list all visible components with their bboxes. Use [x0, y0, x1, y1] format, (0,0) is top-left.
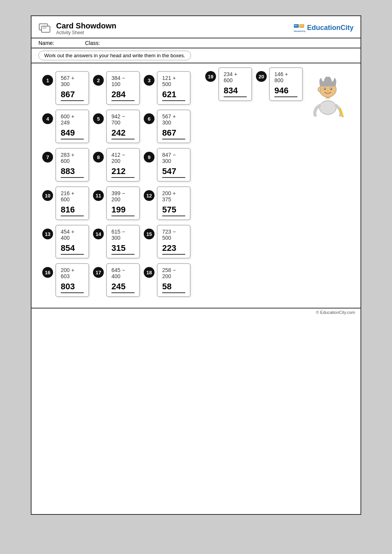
instruction-text: Work out the answers in your head and wr… — [44, 53, 185, 58]
question-item: 12 200 + 375 575 — [144, 186, 191, 220]
equation-text: 723 − 500 — [162, 229, 185, 241]
question-card: 200 + 375 575 — [157, 186, 191, 220]
answer-text: 946 — [274, 86, 297, 97]
page: Card Showdown Activity Sheet EducationCi… — [31, 15, 361, 515]
question-number: 2 — [93, 75, 104, 86]
question-number: 9 — [144, 152, 154, 163]
question-item: 7 283 + 600 883 — [42, 148, 89, 182]
equation-text: 847 − 300 — [162, 152, 185, 164]
equation-text: 216 + 600 — [61, 190, 84, 202]
equation-text: 567 + 300 — [162, 113, 185, 126]
question-card: 454 + 400 854 — [55, 225, 89, 259]
equation-text: 200 + 603 — [61, 267, 84, 279]
question-item: 19 234 + 600 834 — [205, 67, 252, 101]
question-card: 723 − 500 223 — [157, 225, 191, 259]
answer-text: 575 — [162, 205, 185, 216]
answer-text: 58 — [162, 282, 185, 293]
question-card: 200 + 603 803 — [55, 263, 89, 297]
answer-text: 883 — [61, 166, 84, 178]
question-item: 17 645 − 400 245 — [93, 263, 140, 297]
question-number: 14 — [93, 229, 104, 239]
equation-text: 121 + 500 — [162, 75, 185, 87]
question-item: 20 146 + 800 946 — [256, 67, 303, 101]
app-title: Card Showdown — [56, 22, 116, 30]
character-svg — [307, 67, 349, 117]
svg-rect-4 — [295, 25, 296, 26]
equation-text: 942 − 700 — [111, 113, 135, 126]
question-item: 8 412 − 200 212 — [93, 148, 140, 182]
name-class-row: Name: Class: — [32, 38, 360, 48]
logo-text: EducationCity — [307, 24, 354, 32]
svg-rect-6 — [295, 26, 298, 27]
question-number: 10 — [42, 190, 53, 201]
question-card: 146 + 800 946 — [269, 67, 303, 101]
question-item: 14 615 − 300 315 — [93, 225, 140, 259]
question-card: 234 + 600 834 — [218, 67, 252, 101]
svg-rect-10 — [300, 26, 304, 27]
svg-point-12 — [319, 101, 336, 114]
answer-text: 849 — [61, 128, 84, 139]
header: Card Showdown Activity Sheet EducationCi… — [32, 16, 360, 38]
question-number: 16 — [42, 267, 53, 278]
question-item: 13 454 + 400 854 — [42, 225, 89, 259]
answer-text: 242 — [111, 128, 135, 139]
question-number: 20 — [256, 71, 267, 82]
equation-text: 146 + 800 — [274, 71, 297, 83]
svg-rect-5 — [296, 25, 298, 25]
svg-rect-8 — [300, 25, 301, 26]
question-card: 615 − 300 315 — [106, 225, 140, 259]
equation-text: 567 + 300 — [61, 75, 84, 87]
equation-text: 412 − 200 — [111, 152, 135, 164]
question-item: 2 384 − 100 284 — [93, 71, 140, 105]
svg-point-20 — [318, 87, 321, 92]
education-city-logo: EducationCity EducationCity — [293, 22, 354, 34]
answer-text: 315 — [111, 243, 135, 255]
header-left: Card Showdown Activity Sheet — [38, 22, 116, 35]
question-item: 10 216 + 600 816 — [42, 186, 89, 220]
question-card: 600 + 249 849 — [55, 109, 89, 143]
answer-text: 854 — [61, 243, 84, 255]
svg-point-18 — [331, 88, 332, 90]
question-number: 13 — [42, 229, 53, 239]
header-title: Card Showdown Activity Sheet — [56, 22, 116, 35]
question-number: 12 — [144, 190, 154, 201]
svg-rect-9 — [301, 25, 303, 25]
question-number: 8 — [93, 152, 104, 163]
question-card: 567 + 300 867 — [55, 71, 89, 105]
question-number: 4 — [42, 113, 53, 124]
svg-point-19 — [327, 91, 329, 92]
question-number: 5 — [93, 113, 104, 124]
answer-text: 223 — [162, 243, 185, 255]
question-number: 1 — [42, 75, 53, 86]
answer-text: 867 — [61, 90, 84, 101]
card-icon — [38, 22, 52, 35]
question-item: 4 600 + 249 849 — [42, 109, 89, 143]
answer-text: 245 — [111, 282, 135, 293]
equation-text: 600 + 249 — [61, 113, 84, 126]
answer-text: 212 — [111, 166, 135, 178]
answer-text: 803 — [61, 282, 84, 293]
equation-text: 384 − 100 — [111, 75, 135, 87]
question-number: 19 — [205, 71, 216, 82]
question-number: 17 — [93, 267, 104, 278]
question-item: 1 567 + 300 867 — [42, 71, 89, 105]
question-card: 847 − 300 547 — [157, 148, 191, 182]
question-card: 412 − 200 212 — [106, 148, 140, 182]
question-number: 18 — [144, 267, 154, 278]
equation-text: 200 + 375 — [162, 190, 185, 202]
answer-text: 621 — [162, 90, 185, 101]
question-card: 283 + 600 883 — [55, 148, 89, 182]
svg-point-17 — [324, 88, 326, 90]
instruction-box: Work out the answers in your head and wr… — [38, 51, 191, 60]
app-subtitle: Activity Sheet — [56, 30, 116, 35]
logo-icon: EducationCity — [293, 22, 306, 34]
question-card: 645 − 400 245 — [106, 263, 140, 297]
question-item: 5 942 − 700 242 — [93, 109, 140, 143]
question-item: 6 567 + 300 867 — [144, 109, 191, 143]
character-illustration — [307, 67, 349, 117]
equation-text: 399 − 200 — [111, 190, 135, 202]
answer-text: 816 — [61, 205, 84, 216]
question-item: 16 200 + 603 803 — [42, 263, 89, 297]
question-card: 942 − 700 242 — [106, 109, 140, 143]
svg-text:EducationCity: EducationCity — [294, 30, 306, 32]
